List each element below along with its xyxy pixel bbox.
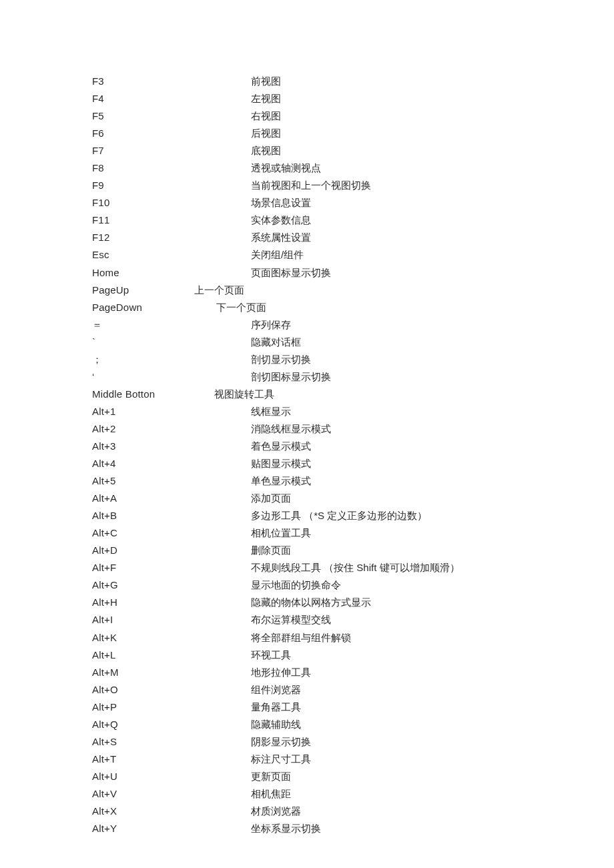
shortcut-row: Alt+K将全部群组与组件解锁 [92,630,547,646]
shortcut-row: Alt+A添加页面 [92,490,547,507]
shortcut-key: F6 [92,125,251,142]
shortcut-row: Alt+S阴影显示切换 [92,734,547,751]
shortcut-key: ‘ [92,369,251,386]
shortcut-row: Alt+T标注尺寸工具 [92,751,547,768]
shortcut-desc: 透视或轴测视点 [251,160,547,177]
shortcut-desc: 地形拉伸工具 [251,665,547,681]
shortcut-key: Alt+C [92,525,251,542]
shortcut-key: ＝ [92,317,251,334]
shortcut-key: Alt+B [92,508,251,524]
shortcut-row: Alt+V相机焦距 [92,786,547,803]
shortcut-key: F8 [92,160,251,177]
shortcut-desc: 线框显示 [251,404,547,420]
shortcut-desc: 关闭组/组件 [251,247,547,264]
shortcut-key: Home [92,265,251,282]
shortcut-desc: 隐藏的物体以网格方式显示 [251,594,547,611]
shortcut-key: Alt+I [92,612,251,628]
shortcut-row: Alt+5单色显示模式 [92,473,547,490]
shortcut-desc: 组件浏览器 [251,682,547,699]
shortcut-key: F7 [92,143,251,159]
shortcut-desc: 序列保存 [251,317,547,334]
shortcut-key: Alt+H [92,594,251,611]
shortcut-desc: 隐藏对话框 [251,334,547,351]
shortcut-key: Alt+A [92,490,251,507]
shortcut-desc: 前视图 [251,73,547,90]
shortcut-desc: 右视图 [251,108,547,125]
shortcut-key: Alt+O [92,682,251,699]
shortcut-desc: 删除页面 [251,542,547,559]
shortcut-row: Alt+3着色显示模式 [92,438,547,455]
shortcut-desc: 环视工具 [251,647,547,664]
shortcut-key: Alt+K [92,630,251,646]
shortcut-row: Alt+H 隐藏的物体以网格方式显示 [92,594,547,611]
shortcut-desc: 布尔运算模型交线 [251,612,547,628]
shortcut-key: F11 [92,212,251,229]
shortcut-desc: 更新页面 [251,769,547,785]
shortcut-row: ` 隐藏对话框 [92,334,547,351]
shortcut-key: Alt+5 [92,473,251,490]
shortcut-row: Alt+1 线框显示 [92,404,547,420]
shortcut-row: Alt+L环视工具 [92,647,547,664]
shortcut-row: Alt+F不规则线段工具 （按住 Shift 键可以增加顺滑） [92,560,547,576]
shortcut-key: Alt+S [92,734,251,751]
shortcut-desc: 当前视图和上一个视图切换 [251,177,547,194]
shortcut-desc: 不规则线段工具 （按住 Shift 键可以增加顺滑） [251,560,547,576]
shortcut-row: PageDown下一个页面 [92,300,547,316]
shortcut-row: Home页面图标显示切换 [92,265,547,282]
shortcut-key: Esc [92,247,251,264]
shortcut-row: Alt+M地形拉伸工具 [92,665,547,681]
shortcut-row: Alt+D删除页面 [92,542,547,559]
shortcut-row: Alt+4贴图显示模式 [92,456,547,472]
shortcut-key: Alt+M [92,665,251,681]
shortcut-desc: 下一个页面 [216,300,547,316]
shortcut-key: F4 [92,91,251,107]
shortcut-row: F4左视图 [92,91,547,107]
shortcut-key: Alt+2 [92,421,251,438]
shortcut-key: Alt+T [92,751,251,768]
shortcut-row: Alt+Y坐标系显示切换 [92,821,547,837]
shortcut-desc: 系统属性设置 [251,230,547,246]
shortcut-desc: 左视图 [251,91,547,107]
shortcut-key: Alt+1 [92,404,251,420]
shortcut-desc: 显示地面的切换命令 [251,577,547,594]
shortcut-row: F8透视或轴测视点 [92,160,547,177]
shortcut-desc: 视图旋转工具 [214,386,547,403]
shortcut-desc: 着色显示模式 [251,438,547,455]
shortcut-desc: 阴影显示切换 [251,734,547,751]
shortcut-row: Middle Botton视图旋转工具 [92,386,547,403]
shortcut-key: Alt+Q [92,717,251,733]
shortcut-row: ； 剖切显示切换 [92,352,547,368]
shortcut-key: Alt+X [92,803,251,820]
shortcut-key: ` [92,334,251,351]
shortcut-desc: 消隐线框显示模式 [251,421,547,438]
shortcut-desc: 相机焦距 [251,786,547,803]
shortcut-desc: 页面图标显示切换 [251,265,547,282]
shortcut-key: F3 [92,73,251,90]
shortcut-row: Alt+P 量角器工具 [92,699,547,716]
shortcut-row: Alt+B多边形工具 （*S 定义正多边形的边数） [92,508,547,524]
shortcut-key: F10 [92,195,251,211]
shortcut-desc: 剖切显示切换 [251,352,547,368]
shortcut-row: Alt+G显示地面的切换命令 [92,577,547,594]
shortcut-desc: 底视图 [251,143,547,159]
shortcut-row: F11实体参数信息 [92,212,547,229]
shortcut-row: Alt+X材质浏览器 [92,803,547,820]
shortcut-key: ； [92,352,251,368]
shortcut-key: Alt+U [92,769,251,785]
shortcut-key: F5 [92,108,251,125]
shortcut-desc: 添加页面 [251,490,547,507]
shortcut-row: Esc关闭组/组件 [92,247,547,264]
shortcut-desc: 多边形工具 （*S 定义正多边形的边数） [251,508,547,524]
shortcut-desc: 实体参数信息 [251,212,547,229]
shortcut-key: Alt+G [92,577,251,594]
shortcut-key: F9 [92,177,251,194]
shortcut-row: Alt+C相机位置工具 [92,525,547,542]
shortcut-desc: 标注尺寸工具 [251,751,547,768]
shortcut-list: F3前视图F4左视图F5右视图F6后视图F7底视图F8透视或轴测视点F9当前视图… [92,73,547,837]
shortcut-key: Alt+D [92,542,251,559]
shortcut-desc: 剖切图标显示切换 [251,369,547,386]
shortcut-row: ‘ 剖切图标显示切换 [92,369,547,386]
shortcut-row: F5右视图 [92,108,547,125]
shortcut-desc: 贴图显示模式 [251,456,547,472]
shortcut-desc: 材质浏览器 [251,803,547,820]
